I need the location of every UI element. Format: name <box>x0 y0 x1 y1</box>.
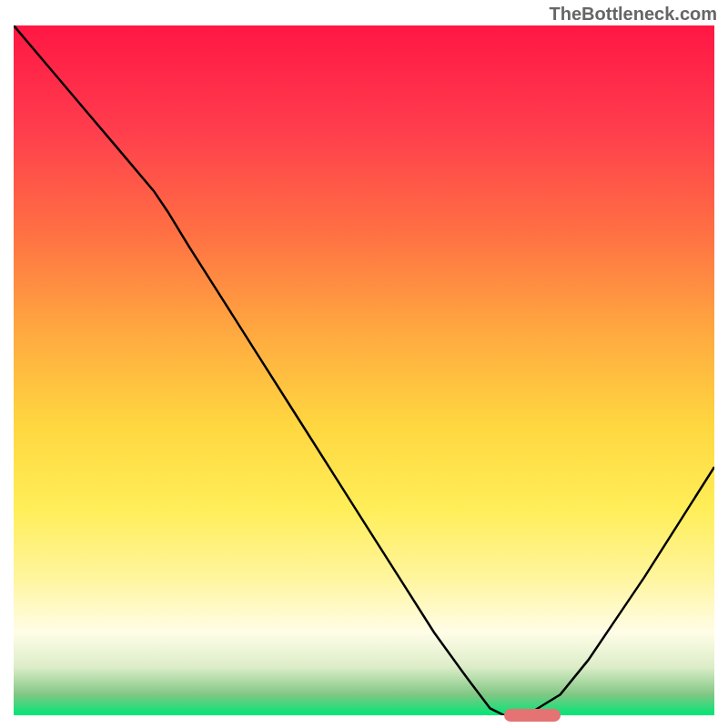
optimal-marker <box>504 709 561 722</box>
watermark-text: TheBottleneck.com <box>550 4 717 25</box>
bottleneck-curve <box>14 25 714 715</box>
chart-container <box>14 25 714 715</box>
